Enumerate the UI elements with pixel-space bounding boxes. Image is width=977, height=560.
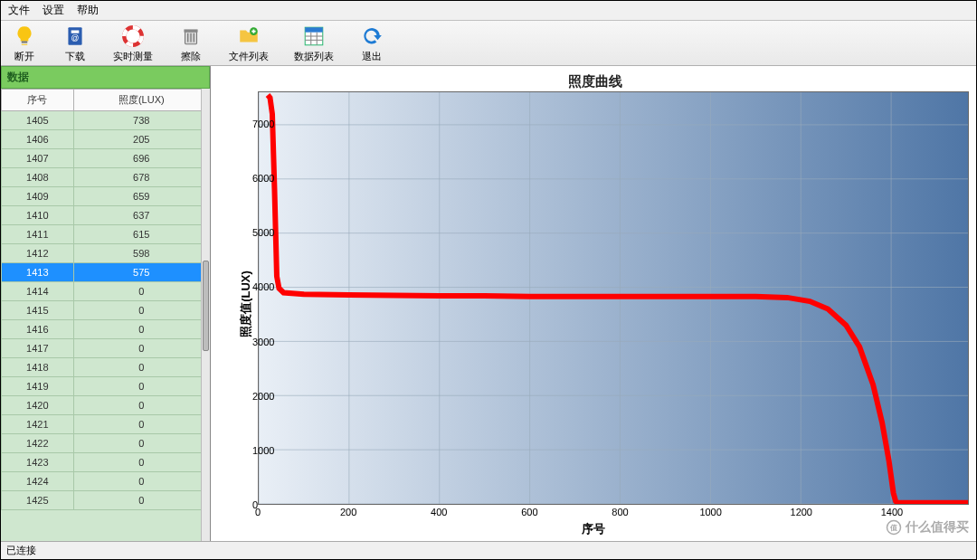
realtime-button[interactable]: 实时测量 — [113, 24, 153, 63]
svg-rect-2 — [71, 30, 80, 33]
toolbar-label: 断开 — [14, 50, 34, 63]
toolbar-label: 退出 — [362, 50, 382, 63]
grid-icon — [301, 24, 327, 49]
toolbar-label: 下载 — [65, 50, 85, 63]
svg-rect-7 — [184, 29, 197, 32]
toolbar-label: 擦除 — [181, 50, 201, 63]
table-row[interactable]: 14250 — [2, 491, 210, 510]
table-row[interactable]: 1412598 — [2, 244, 210, 263]
chart-ylabel: 照度值(LUX) — [238, 271, 254, 337]
table-row[interactable]: 1410637 — [2, 206, 210, 225]
y-tick-label: 3000 — [252, 337, 254, 347]
table-row[interactable]: 14230 — [2, 453, 210, 472]
table-row[interactable]: 14240 — [2, 472, 210, 491]
clear-button[interactable]: 擦除 — [178, 24, 204, 63]
download-button[interactable]: @下载 — [62, 24, 88, 63]
chart-panel: 照度曲线 照度值(LUX) 01000200030004000500060007… — [211, 66, 976, 541]
table-row[interactable]: 1413575 — [2, 263, 210, 282]
menu-settings[interactable]: 设置 — [43, 3, 64, 18]
filelist-button[interactable]: 文件列表 — [229, 24, 269, 63]
cell-seq: 1406 — [2, 130, 74, 149]
exit-button[interactable]: 退出 — [359, 24, 384, 63]
col-header-seq[interactable]: 序号 — [2, 90, 74, 111]
data-panel-title: 数据 — [1, 66, 210, 89]
chart-body[interactable]: 0100020003000400050006000700002004006008… — [258, 91, 969, 505]
toolbar: 断开@下载实时测量擦除文件列表数据列表退出 — [1, 21, 976, 66]
table-row[interactable]: 14150 — [2, 301, 210, 320]
data-table-wrap[interactable]: 序号 照度(LUX) 14057381406205140769614086781… — [1, 89, 210, 541]
cell-lux: 678 — [73, 168, 209, 187]
cell-seq: 1419 — [2, 377, 74, 396]
y-tick-label: 7000 — [252, 119, 254, 129]
x-tick-label: 800 — [612, 507, 628, 519]
chart-xlabel: 序号 — [211, 521, 976, 537]
cell-lux: 0 — [73, 472, 209, 491]
table-row[interactable]: 14200 — [2, 396, 210, 415]
app-window: 文件 设置 帮助 断开@下载实时测量擦除文件列表数据列表退出 数据 序号 照度(… — [0, 0, 977, 560]
content-area: 数据 序号 照度(LUX) 14057381406205140769614086… — [1, 66, 976, 541]
cell-lux: 0 — [73, 320, 209, 339]
table-row[interactable]: 14220 — [2, 434, 210, 453]
table-row[interactable]: 14190 — [2, 377, 210, 396]
cell-seq: 1416 — [2, 320, 74, 339]
cell-seq: 1413 — [2, 263, 74, 282]
scrollbar-thumb[interactable] — [203, 261, 209, 351]
status-text: 已连接 — [6, 544, 36, 557]
vertical-scrollbar[interactable] — [201, 89, 210, 541]
cell-lux: 0 — [73, 282, 209, 301]
x-tick-label: 400 — [431, 507, 447, 519]
table-row[interactable]: 1409659 — [2, 187, 210, 206]
cell-lux: 0 — [73, 453, 209, 472]
toolbar-label: 文件列表 — [229, 50, 269, 63]
cell-lux: 696 — [73, 149, 209, 168]
cell-lux: 0 — [73, 358, 209, 377]
table-row[interactable]: 14160 — [2, 320, 210, 339]
cell-seq: 1424 — [2, 472, 74, 491]
lifebuoy-icon — [120, 24, 146, 49]
cell-lux: 575 — [73, 263, 209, 282]
cell-seq: 1422 — [2, 434, 74, 453]
svg-rect-0 — [22, 41, 28, 43]
toolbar-label: 实时测量 — [113, 50, 153, 63]
trash-icon — [178, 24, 204, 49]
chart-title: 照度曲线 — [218, 70, 972, 92]
y-tick-label: 1000 — [252, 445, 254, 456]
cell-lux: 0 — [73, 415, 209, 434]
col-header-lux[interactable]: 照度(LUX) — [73, 90, 209, 111]
svg-text:@: @ — [71, 33, 80, 43]
table-row[interactable]: 1411615 — [2, 225, 210, 244]
table-row[interactable]: 14180 — [2, 358, 210, 377]
data-panel: 数据 序号 照度(LUX) 14057381406205140769614086… — [1, 66, 211, 541]
menu-help[interactable]: 帮助 — [77, 3, 99, 18]
menu-file[interactable]: 文件 — [8, 3, 30, 18]
data-table: 序号 照度(LUX) 14057381406205140769614086781… — [1, 89, 210, 510]
table-row[interactable]: 1405738 — [2, 111, 210, 130]
table-row[interactable]: 1408678 — [2, 168, 210, 187]
cell-seq: 1420 — [2, 396, 74, 415]
table-row[interactable]: 1407696 — [2, 149, 210, 168]
cell-seq: 1425 — [2, 491, 74, 510]
table-row[interactable]: 14170 — [2, 339, 210, 358]
x-tick-label: 1400 — [881, 507, 903, 519]
cell-lux: 598 — [73, 244, 209, 263]
x-tick-label: 0 — [255, 507, 261, 519]
watermark: 值 什么值得买 — [886, 519, 969, 536]
cell-seq: 1414 — [2, 282, 74, 301]
disconnect-button[interactable]: 断开 — [12, 24, 37, 63]
svg-text:值: 值 — [889, 524, 897, 532]
datalist-button[interactable]: 数据列表 — [294, 24, 334, 63]
bulb-icon — [12, 24, 37, 49]
menubar: 文件 设置 帮助 — [1, 1, 976, 21]
svg-point-4 — [124, 27, 142, 45]
y-tick-label: 2000 — [252, 391, 254, 402]
statusbar: 已连接 — [1, 541, 976, 559]
cell-lux: 0 — [73, 339, 209, 358]
folder-icon — [236, 24, 261, 49]
cell-lux: 637 — [73, 206, 209, 225]
table-row[interactable]: 14210 — [2, 415, 210, 434]
table-row[interactable]: 1406205 — [2, 130, 210, 149]
y-tick-label: 4000 — [252, 281, 254, 292]
cell-seq: 1410 — [2, 206, 74, 225]
table-row[interactable]: 14140 — [2, 282, 210, 301]
svg-rect-13 — [305, 27, 323, 32]
